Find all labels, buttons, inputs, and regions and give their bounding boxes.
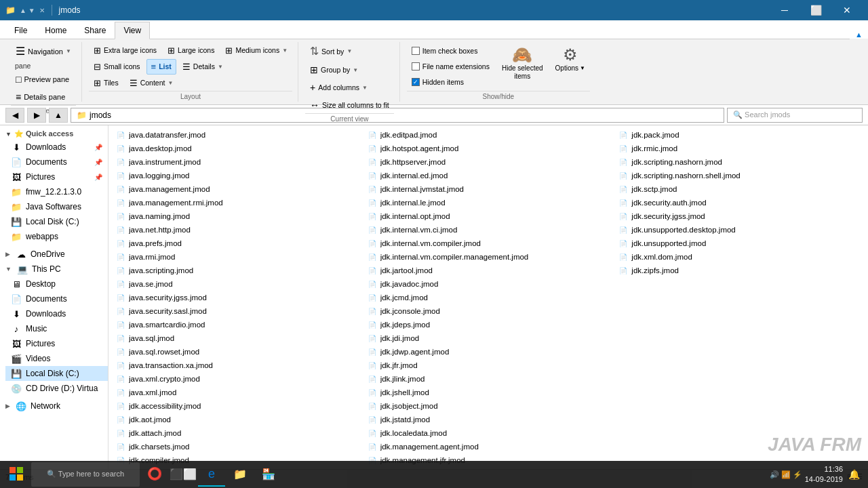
notifications-icon[interactable]: 🔔: [848, 469, 860, 480]
taskbar-search[interactable]: 🔍 Type here to search: [31, 462, 140, 487]
file-item[interactable]: 📄jdk.internal.le.jmod: [363, 196, 614, 209]
file-item[interactable]: 📄jdk.javadoc.jmod: [363, 277, 614, 291]
file-item[interactable]: 📄jdk.jshell.jmod: [363, 386, 614, 399]
file-item[interactable]: 📄jdk.internal.ed.jmod: [363, 169, 614, 182]
file-item[interactable]: 📄jdk.jdi.jmod: [363, 331, 614, 345]
file-item[interactable]: 📄jdk.jcmd.jmod: [363, 291, 614, 304]
file-item[interactable]: 📄java.transaction.xa.jmod: [111, 359, 363, 372]
search-box[interactable]: 🔍 Search jmods: [727, 108, 863, 123]
file-item[interactable]: 📄java.datatransfer.jmod: [111, 128, 363, 142]
tab-file[interactable]: File: [5, 22, 36, 39]
file-item[interactable]: 📄jdk.internal.opt.jmod: [363, 209, 614, 223]
file-item[interactable]: 📄jdk.jfr.jmod: [363, 359, 614, 372]
taskbar-clock[interactable]: 11:36 14-09-2019: [805, 464, 843, 485]
file-item[interactable]: 📄jdk.jdwp.agent.jmod: [363, 345, 614, 359]
close-button[interactable]: ✕: [831, 0, 863, 20]
sidebar-item-pictures-pc[interactable]: 🖼 Pictures: [5, 336, 108, 351]
list-button[interactable]: ≡ List: [146, 59, 176, 75]
file-item[interactable]: 📄java.instrument.jmod: [111, 155, 363, 169]
sidebar-item-local-disk[interactable]: 💾 Local Disk (C:): [5, 366, 108, 381]
file-item[interactable]: 📄jdk.security.auth.jmod: [614, 196, 865, 209]
taskbar-store[interactable]: 🏪: [255, 462, 282, 487]
file-item[interactable]: 📄java.logging.jmod: [111, 169, 363, 182]
sort-by-button[interactable]: ⇅ Sort by ▼: [305, 42, 357, 60]
forward-button[interactable]: ▶: [27, 108, 46, 123]
item-checkboxes-checkbox[interactable]: [412, 47, 420, 55]
file-item[interactable]: 📄jdk.localedata.jmod: [363, 426, 614, 440]
file-item[interactable]: 📄java.management.jmod: [111, 182, 363, 196]
file-item[interactable]: 📄jdk.pack.jmod: [614, 128, 865, 142]
sidebar-item-downloads[interactable]: ⬇ Downloads 📌: [5, 140, 108, 155]
file-item[interactable]: 📄jdk.security.jgss.jmod: [614, 209, 865, 223]
file-item[interactable]: 📄java.desktop.jmod: [111, 142, 363, 155]
item-checkboxes-button[interactable]: Item check boxes: [407, 44, 494, 58]
details-pane-button[interactable]: ≡ Details pane: [11, 89, 70, 105]
file-item[interactable]: 📄jdk.jsobject.jmod: [363, 399, 614, 413]
file-item[interactable]: 📄jdk.internal.vm.compiler.management.jmo…: [363, 250, 614, 264]
file-item[interactable]: 📄jdk.zipfs.jmod: [614, 264, 865, 277]
sidebar-item-onedrive[interactable]: ▶ ☁ OneDrive: [0, 247, 108, 262]
file-item[interactable]: 📄java.sql.jmod: [111, 331, 363, 345]
sidebar-item-network[interactable]: ▶ 🌐 Network: [0, 399, 108, 413]
file-item[interactable]: 📄java.management.rmi.jmod: [111, 196, 363, 209]
file-item[interactable]: 📄jdk.hotspot.agent.jmod: [363, 142, 614, 155]
hidden-items-button[interactable]: ✓ Hidden items: [407, 75, 494, 89]
file-item[interactable]: 📄jdk.httpserver.jmod: [363, 155, 614, 169]
taskbar-edge[interactable]: e: [198, 462, 225, 487]
file-item[interactable]: 📄java.security.sasl.jmod: [111, 304, 363, 318]
file-item[interactable]: 📄java.prefs.jmod: [111, 237, 363, 250]
quick-access-header[interactable]: ▼ ⭐ Quick access: [0, 128, 108, 140]
file-item[interactable]: 📄jdk.scripting.nashorn.jmod: [614, 155, 865, 169]
sidebar-item-java-softwares[interactable]: 📁 Java Softwares: [5, 199, 108, 214]
file-item[interactable]: 📄java.se.jmod: [111, 277, 363, 291]
large-icons-button[interactable]: ⊞ Large icons: [163, 43, 219, 58]
file-item[interactable]: 📄jdk.internal.vm.compiler.jmod: [363, 237, 614, 250]
up-button[interactable]: ▲: [49, 108, 68, 123]
file-item[interactable]: 📄java.security.jgss.jmod: [111, 291, 363, 304]
file-item[interactable]: 📄java.xml.crypto.jmod: [111, 372, 363, 386]
add-columns-button[interactable]: + Add columns ▼: [305, 79, 372, 96]
tiles-button[interactable]: ⊞ Tiles: [89, 75, 123, 91]
hide-selected-button[interactable]: 🙈 Hide selecteditems: [497, 42, 548, 84]
file-item[interactable]: 📄jdk.management.agent.jmod: [363, 440, 614, 453]
preview-pane-button[interactable]: □ Preview pane: [11, 71, 74, 87]
file-item[interactable]: 📄jdk.jlink.jmod: [363, 372, 614, 386]
file-item[interactable]: 📄java.sql.rowset.jmod: [111, 345, 363, 359]
file-item[interactable]: 📄jdk.attach.jmod: [111, 426, 363, 440]
file-item[interactable]: 📄jdk.jstatd.jmod: [363, 413, 614, 426]
file-item[interactable]: 📄jdk.scripting.nashorn.shell.jmod: [614, 169, 865, 182]
navigation-pane-button[interactable]: ☰ Navigation ▼: [11, 42, 76, 60]
file-item[interactable]: 📄jdk.aot.jmod: [111, 413, 363, 426]
tab-home[interactable]: Home: [36, 22, 75, 39]
file-item[interactable]: 📄jdk.jdeps.jmod: [363, 318, 614, 331]
file-item[interactable]: 📄jdk.jconsole.jmod: [363, 304, 614, 318]
file-item[interactable]: 📄jdk.xml.dom.jmod: [614, 250, 865, 264]
details-view-button[interactable]: ☰ Details ▼: [178, 59, 228, 75]
file-item[interactable]: 📄jdk.accessibility.jmod: [111, 399, 363, 413]
file-item[interactable]: 📄java.scripting.jmod: [111, 264, 363, 277]
sidebar-item-desktop[interactable]: 🖥 Desktop: [5, 277, 108, 291]
address-path[interactable]: 📁 jmods: [71, 108, 724, 123]
file-item[interactable]: 📄jdk.sctp.jmod: [614, 182, 865, 196]
medium-icons-button[interactable]: ⊞ Medium icons ▼: [220, 43, 292, 58]
options-button[interactable]: ⚙ Options ▼: [551, 42, 590, 75]
file-item[interactable]: 📄jdk.internal.vm.ci.jmod: [363, 223, 614, 237]
hidden-items-checkbox[interactable]: ✓: [412, 78, 420, 86]
sidebar-item-videos[interactable]: 🎬 Videos: [5, 351, 108, 366]
start-button[interactable]: [3, 462, 30, 487]
maximize-button[interactable]: ⬜: [800, 0, 831, 20]
sidebar-item-thispc[interactable]: ▼ 💻 This PC: [0, 262, 108, 277]
file-extensions-checkbox[interactable]: [412, 62, 420, 70]
file-item[interactable]: 📄jdk.editpad.jmod: [363, 128, 614, 142]
small-icons-button[interactable]: ⊟ Small icons: [89, 59, 145, 75]
sidebar-item-documents-pc[interactable]: 📄 Documents: [5, 291, 108, 306]
file-item[interactable]: 📄jdk.charsets.jmod: [111, 440, 363, 453]
sidebar-item-fmw[interactable]: 📁 fmw_12.2.1.3.0: [5, 184, 108, 199]
tab-share[interactable]: Share: [75, 22, 115, 39]
sidebar-item-downloads-pc[interactable]: ⬇ Downloads: [5, 306, 108, 321]
extra-large-icons-button[interactable]: ⊞ Extra large icons: [89, 43, 161, 58]
minimize-button[interactable]: ─: [769, 0, 800, 20]
sidebar-item-local-disk-quick[interactable]: 💾 Local Disk (C:): [5, 214, 108, 229]
file-extensions-button[interactable]: File name extensions: [407, 60, 494, 73]
back-button[interactable]: ◀: [5, 108, 24, 123]
